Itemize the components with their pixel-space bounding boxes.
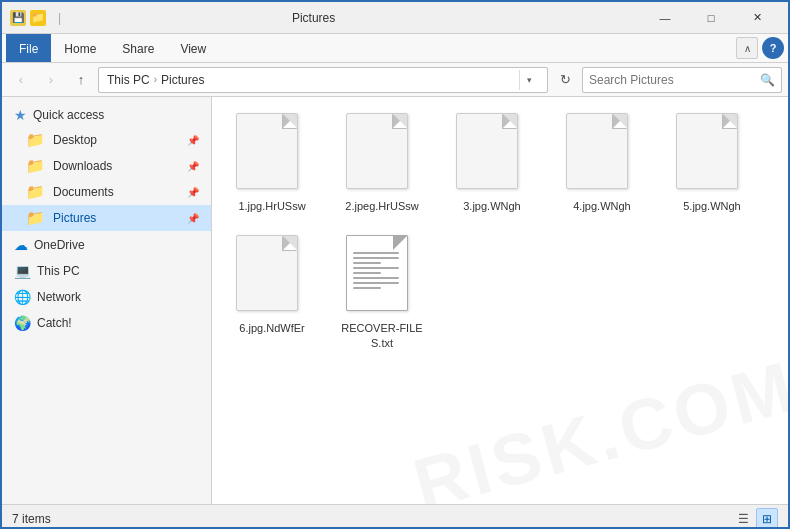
list-item[interactable]: 4.jpg.WNgh <box>552 107 652 219</box>
list-item[interactable]: 1.jpg.HrUSsw <box>222 107 322 219</box>
list-item[interactable]: 3.jpg.WNgh <box>442 107 542 219</box>
txt-line <box>353 257 399 259</box>
list-item[interactable]: RECOVER-FILES.txt <box>332 229 432 356</box>
folder-icon: 📁 <box>30 10 46 26</box>
catch-label: Catch! <box>37 316 72 330</box>
window-title: Pictures <box>65 11 562 25</box>
file-name-7: RECOVER-FILES.txt <box>338 321 426 350</box>
onedrive-icon: ☁ <box>14 237 28 253</box>
maximize-button[interactable]: □ <box>688 2 734 34</box>
network-header[interactable]: 🌐 Network <box>2 285 211 309</box>
search-icon: 🔍 <box>760 73 775 87</box>
file-page-3 <box>456 113 518 189</box>
downloads-folder-icon: 📁 <box>26 157 45 175</box>
thispc-label: This PC <box>37 264 80 278</box>
status-bar: 7 items ☰ ⊞ <box>2 504 788 529</box>
sidebar-item-desktop[interactable]: 📁 Desktop 📌 <box>2 127 211 153</box>
up-button[interactable]: ↑ <box>68 67 94 93</box>
network-icon: 🌐 <box>14 289 31 305</box>
close-button[interactable]: ✕ <box>734 2 780 34</box>
txt-line <box>353 277 399 279</box>
path-thispc: This PC <box>107 73 150 87</box>
txt-file-page-7 <box>346 235 408 311</box>
sidebar-item-pictures[interactable]: 📁 Pictures 📌 <box>2 205 211 231</box>
content-wrapper: 1.jpg.HrUSsw 2.jpeg.HrUSsw 3.jpg.W <box>212 97 788 504</box>
back-button[interactable]: ‹ <box>8 67 34 93</box>
view-controls: ☰ ⊞ <box>732 508 778 530</box>
file-icon-7 <box>346 235 418 315</box>
forward-button[interactable]: › <box>38 67 64 93</box>
file-name-3: 3.jpg.WNgh <box>463 199 520 213</box>
txt-line <box>353 272 381 274</box>
documents-pin-icon: 📌 <box>187 187 199 198</box>
network-section: 🌐 Network <box>2 285 211 309</box>
watermark: RISK.COM <box>422 394 788 476</box>
file-icon-1 <box>236 113 308 193</box>
path-arrow-1: › <box>154 74 157 85</box>
ribbon: File Home Share View ∧ ? <box>2 34 788 63</box>
file-name-6: 6.jpg.NdWfEr <box>239 321 304 335</box>
path-dropdown-button[interactable]: ▾ <box>519 70 539 90</box>
file-page-2 <box>346 113 408 189</box>
search-input[interactable] <box>589 73 756 87</box>
txt-lines-7 <box>353 252 399 289</box>
list-item[interactable]: 5.jpg.WNgh <box>662 107 762 219</box>
title-bar-icons: 💾 📁 <box>10 10 46 26</box>
content-area: 1.jpg.HrUSsw 2.jpeg.HrUSsw 3.jpg.W <box>212 97 788 366</box>
file-fold-1 <box>283 114 297 128</box>
file-name-1: 1.jpg.HrUSsw <box>238 199 305 213</box>
thispc-icon: 💻 <box>14 263 31 279</box>
pictures-label: Pictures <box>53 211 96 225</box>
tab-share[interactable]: Share <box>109 34 167 62</box>
txt-line <box>353 287 381 289</box>
desktop-pin-icon: 📌 <box>187 135 199 146</box>
onedrive-header[interactable]: ☁ OneDrive <box>2 233 211 257</box>
help-button[interactable]: ? <box>762 37 784 59</box>
main-area: ★ Quick access 📁 Desktop 📌 📁 Downloads 📌… <box>2 97 788 504</box>
downloads-pin-icon: 📌 <box>187 161 199 172</box>
quick-access-section: ★ Quick access 📁 Desktop 📌 📁 Downloads 📌… <box>2 103 211 231</box>
list-view-button[interactable]: ☰ <box>732 508 754 530</box>
sidebar: ★ Quick access 📁 Desktop 📌 📁 Downloads 📌… <box>2 97 212 504</box>
save-icon: 💾 <box>10 10 26 26</box>
window-controls: — □ ✕ <box>642 2 780 34</box>
desktop-label: Desktop <box>53 133 97 147</box>
list-item[interactable]: 2.jpeg.HrUSsw <box>332 107 432 219</box>
file-fold-2 <box>393 114 407 128</box>
quick-access-header[interactable]: ★ Quick access <box>2 103 211 127</box>
sidebar-item-documents[interactable]: 📁 Documents 📌 <box>2 179 211 205</box>
address-path[interactable]: This PC › Pictures ▾ <box>98 67 548 93</box>
tab-file[interactable]: File <box>6 34 51 62</box>
watermark-text: RISK.COM <box>405 345 788 504</box>
sidebar-item-downloads[interactable]: 📁 Downloads 📌 <box>2 153 211 179</box>
thispc-section: 💻 This PC <box>2 259 211 283</box>
minimize-button[interactable]: — <box>642 2 688 34</box>
list-item[interactable]: 6.jpg.NdWfEr <box>222 229 322 356</box>
downloads-label: Downloads <box>53 159 112 173</box>
onedrive-label: OneDrive <box>34 238 85 252</box>
ribbon-tabs: File Home Share View ∧ ? <box>2 34 788 62</box>
file-page-5 <box>676 113 738 189</box>
address-bar: ‹ › ↑ This PC › Pictures ▾ ↻ 🔍 <box>2 63 788 97</box>
file-page-6 <box>236 235 298 311</box>
ribbon-expand-area: ∧ ? <box>736 37 784 59</box>
txt-line <box>353 282 399 284</box>
file-icon-5 <box>676 113 748 193</box>
quick-access-label: Quick access <box>33 108 104 122</box>
catch-header[interactable]: 🌍 Catch! <box>2 311 211 335</box>
refresh-button[interactable]: ↻ <box>552 67 578 93</box>
onedrive-section: ☁ OneDrive <box>2 233 211 257</box>
tab-view[interactable]: View <box>167 34 219 62</box>
item-count: 7 items <box>12 512 51 526</box>
ribbon-collapse-button[interactable]: ∧ <box>736 37 758 59</box>
tab-home[interactable]: Home <box>51 34 109 62</box>
grid-view-button[interactable]: ⊞ <box>756 508 778 530</box>
txt-line <box>353 262 381 264</box>
title-bar-separator: | <box>58 11 61 25</box>
catch-section: 🌍 Catch! <box>2 311 211 335</box>
file-page-4 <box>566 113 628 189</box>
thispc-header[interactable]: 💻 This PC <box>2 259 211 283</box>
search-box: 🔍 <box>582 67 782 93</box>
txt-line <box>353 252 399 254</box>
file-page-1 <box>236 113 298 189</box>
